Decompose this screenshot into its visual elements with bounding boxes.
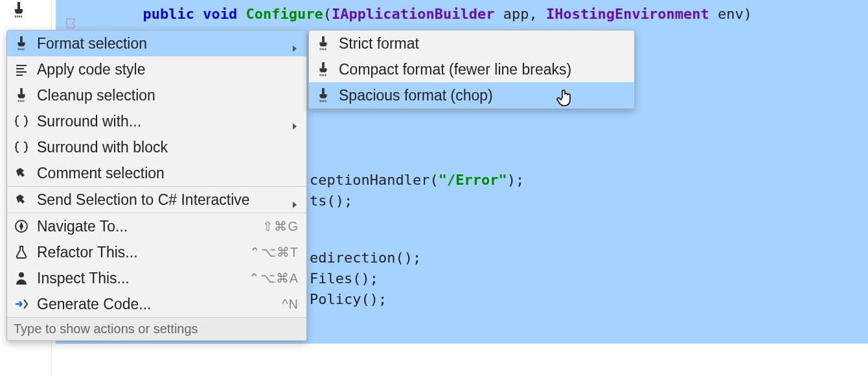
menu-item-label: Surround with... (37, 113, 284, 130)
chevron-right-icon (291, 196, 299, 204)
menu-shortcut: ^N (282, 297, 299, 312)
submenu-item-spacious-format-chop[interactable]: Spacious format (chop) (309, 82, 634, 108)
svg-point-20 (19, 272, 24, 277)
hammer-icon (12, 191, 30, 209)
chevron-right-icon (291, 117, 299, 125)
svg-rect-21 (322, 36, 325, 42)
menu-item-surround-with[interactable]: Surround with... (7, 108, 306, 134)
menu-item-label: Navigate To... (37, 218, 256, 235)
svg-rect-26 (322, 62, 325, 68)
menu-item-label: Comment selection (37, 165, 299, 182)
svg-rect-31 (322, 88, 325, 94)
menu-footer-hint: Type to show actions or settings (7, 317, 306, 340)
arrow-icon (12, 295, 30, 313)
brush-icon (12, 34, 30, 53)
svg-rect-14 (20, 88, 23, 94)
menu-item-label: Cleanup selection (37, 87, 299, 104)
editor-unselected-bg (56, 344, 868, 376)
flask-icon (12, 243, 30, 261)
menu-item-refactor-this[interactable]: Refactor This...⌃⌥⌘T (7, 239, 306, 265)
menu-item-label: Generate Code... (37, 296, 275, 313)
person-icon (12, 269, 30, 287)
brush-icon (314, 34, 332, 53)
menu-item-label: Send Selection to C# Interactive (37, 191, 284, 209)
submenu-item-compact-format-fewer-line-breaks[interactable]: Compact format (fewer line breaks) (309, 56, 634, 82)
menu-item-label: Apply code style (37, 61, 299, 78)
submenu-item-label: Strict format (339, 35, 626, 53)
menu-shortcut: ⇧⌘G (262, 218, 299, 234)
code-fragment[interactable]: ts(); (310, 188, 352, 214)
gutter-action-brush-icon[interactable] (10, 1, 27, 22)
submenu-item-strict-format[interactable]: Strict format (309, 30, 634, 56)
menu-item-send-selection-to-c-interactive[interactable]: Send Selection to C# Interactive (7, 187, 306, 213)
menu-item-inspect-this[interactable]: Inspect This...⌃⌥⌘A (7, 265, 306, 291)
brush-icon (314, 86, 332, 104)
submenu-item-label: Compact format (fewer line breaks) (339, 61, 626, 78)
context-menu: Format selectionApply code styleCleanup … (6, 30, 307, 341)
format-selection-submenu: Strict formatCompact format (fewer line … (308, 30, 635, 109)
brackets-icon (12, 138, 30, 156)
menu-item-generate-code[interactable]: Generate Code...^N (7, 291, 306, 317)
menu-item-format-selection[interactable]: Format selection (7, 30, 306, 56)
lines-icon (12, 60, 30, 78)
chevron-right-icon (291, 40, 299, 47)
menu-item-comment-selection[interactable]: Comment selection (7, 160, 306, 186)
menu-item-apply-code-style[interactable]: Apply code style (7, 56, 306, 82)
menu-item-label: Surround with block (37, 139, 299, 156)
brush-icon (12, 86, 30, 104)
brush-icon (314, 60, 332, 78)
submenu-item-label: Spacious format (chop) (339, 87, 626, 104)
menu-item-navigate-to[interactable]: Navigate To...⇧⌘G (7, 213, 306, 239)
menu-shortcut: ⌃⌥⌘T (249, 244, 299, 260)
menu-item-label: Refactor This... (37, 244, 243, 261)
code-line-signature[interactable]: public void Configure(IApplicationBuilde… (57, 1, 752, 27)
hammer-icon (12, 164, 30, 182)
svg-rect-5 (20, 36, 23, 42)
menu-item-surround-with-block[interactable]: Surround with block (7, 134, 306, 160)
menu-item-label: Format selection (37, 35, 284, 53)
brackets-icon (12, 112, 30, 130)
menu-item-cleanup-selection[interactable]: Cleanup selection (7, 82, 306, 108)
svg-rect-0 (17, 2, 20, 9)
menu-shortcut: ⌃⌥⌘A (249, 270, 299, 286)
menu-item-label: Inspect This... (37, 270, 242, 287)
code-fragment[interactable]: Policy(); (310, 287, 387, 312)
compass-icon (12, 217, 30, 235)
